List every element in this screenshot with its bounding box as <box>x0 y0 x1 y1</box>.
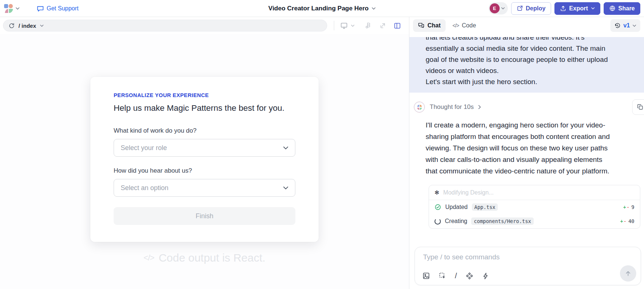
diff-plus: + <box>620 218 623 224</box>
version-history-selector[interactable]: v1 <box>610 19 640 32</box>
role-select-value: Select your role <box>121 144 167 152</box>
tab-chat[interactable]: Chat <box>413 19 446 32</box>
hear-about-select[interactable]: Select an option <box>114 179 295 197</box>
chevron-down-icon <box>591 7 595 10</box>
chevron-down-icon <box>283 186 288 190</box>
open-in-new-icon[interactable] <box>379 22 386 29</box>
chat-bubbles-icon <box>418 22 425 29</box>
diff-stats: + - 9 <box>623 204 634 210</box>
top-bar: Get Support Video Creator Landing Page H… <box>0 0 644 17</box>
diff-minus: - <box>624 218 627 224</box>
tab-chat-label: Chat <box>427 22 441 29</box>
file-change-row[interactable]: Updated App.tsx + - 9 <box>429 200 640 214</box>
device-selector[interactable] <box>340 22 355 29</box>
preview-panel: / index <box>0 17 409 289</box>
assistant-message: I'll create a modern, engaging hero sect… <box>426 119 644 177</box>
components-icon[interactable] <box>466 272 473 280</box>
chat-input[interactable] <box>423 253 630 261</box>
thought-summary[interactable]: Thought for 10s <box>414 102 644 113</box>
thought-label: Thought for 10s <box>430 103 474 111</box>
globe-icon <box>609 5 616 11</box>
check-circle-icon <box>435 204 441 210</box>
hear-question-label: How did you hear about us? <box>114 167 295 175</box>
spinner-icon <box>435 218 441 225</box>
version-label: v1 <box>623 22 630 29</box>
framework-watermark: </> Code output is React. <box>0 252 409 264</box>
file-name-chip: App.tsx <box>472 203 498 211</box>
magic-patterns-logo-menu[interactable] <box>4 4 20 13</box>
build-status-label: Modifying Design... <box>443 189 494 196</box>
upload-icon <box>560 5 566 11</box>
export-label: Export <box>569 5 588 12</box>
build-progress-card: ✻ Modifying Design... Updated App.tsx + <box>429 185 640 229</box>
export-button[interactable]: Export <box>554 2 600 15</box>
user-message-line: goal of the website is to encourage peop… <box>426 54 628 65</box>
diff-count: 40 <box>628 218 634 224</box>
preview-canvas: PERSONALIZE YOUR EXPERIENCE Help us make… <box>0 34 409 289</box>
chevron-down-icon[interactable] <box>40 24 44 27</box>
file-name-chip: components/Hero.tsx <box>471 217 533 225</box>
chevron-down-icon <box>501 7 505 10</box>
share-button[interactable]: Share <box>604 2 640 15</box>
user-message-line: that lets creators upload and share thei… <box>426 37 628 43</box>
diff-stats: + - 40 <box>620 218 634 224</box>
diff-count: 9 <box>631 204 634 210</box>
chat-message-list[interactable]: that lets creators upload and share thei… <box>409 34 644 247</box>
file-action: Creating <box>445 218 467 225</box>
sparkle-icon: ✻ <box>435 189 439 196</box>
toolbar-divider <box>334 21 334 30</box>
hear-about-select-value: Select an option <box>121 184 168 192</box>
chevron-down-icon <box>16 7 20 10</box>
tab-code[interactable]: </> Code <box>448 19 481 32</box>
finish-button[interactable]: Finish <box>114 207 295 225</box>
chat-panel: Chat </> Code v1 <box>409 17 644 289</box>
code-brackets-icon: </> <box>453 23 459 29</box>
work-question-label: What kind of work do you do? <box>114 127 295 134</box>
chat-composer[interactable]: / <box>415 247 641 285</box>
monitor-icon <box>340 22 348 29</box>
page-title: Video Creator Landing Page Hero <box>268 5 369 12</box>
copy-message-button[interactable] <box>632 99 644 115</box>
project-title-menu[interactable]: Video Creator Landing Page Hero <box>268 5 376 12</box>
share-label: Share <box>618 5 635 12</box>
chat-bubble-icon <box>37 5 44 12</box>
modal-eyebrow: PERSONALIZE YOUR EXPERIENCE <box>114 92 295 98</box>
history-icon <box>614 23 621 29</box>
slash-command-icon[interactable]: / <box>455 272 457 280</box>
attach-image-icon[interactable] <box>422 272 430 280</box>
modal-heading: Help us make Magic Patterns the best for… <box>114 103 295 113</box>
chevron-down-icon <box>351 24 355 27</box>
finish-label: Finish <box>195 212 213 220</box>
user-message-line: videos or watch videos. <box>426 65 628 76</box>
get-support-link[interactable]: Get Support <box>37 5 78 12</box>
diff-plus: + <box>623 204 626 210</box>
design-mode-icon[interactable] <box>365 22 372 29</box>
assistant-message-line: that communicate the video-centric natur… <box>426 165 644 177</box>
refresh-icon[interactable] <box>9 23 15 29</box>
assistant-message-line: with clear calls-to-action and visually … <box>426 154 644 165</box>
route-path: / index <box>19 23 36 29</box>
avatar: E <box>490 3 500 13</box>
get-support-label: Get Support <box>47 5 78 12</box>
quick-actions-icon[interactable] <box>482 272 489 280</box>
magic-patterns-logo-icon <box>4 4 13 13</box>
account-menu[interactable]: E <box>489 2 508 14</box>
assistant-message-line: viewing. The design will focus on these … <box>426 142 644 154</box>
send-button[interactable] <box>620 265 636 282</box>
user-message-line: Let's start with just the hero section. <box>426 76 628 87</box>
app-window: Get Support Video Creator Landing Page H… <box>0 0 644 289</box>
code-brackets-icon: </> <box>144 253 154 263</box>
file-action: Updated <box>445 204 468 210</box>
watermark-text: Code output is React. <box>159 252 266 264</box>
split-view-icon[interactable] <box>394 22 401 29</box>
user-message-line: essentially a social media site for vide… <box>426 43 628 54</box>
deploy-label: Deploy <box>526 5 546 12</box>
select-element-icon[interactable] <box>439 272 446 280</box>
build-progress-header: ✻ Modifying Design... <box>429 185 640 200</box>
url-bar[interactable]: / index <box>3 20 327 31</box>
assistant-message-line: I'll create a modern, engaging hero sect… <box>426 119 644 131</box>
file-change-row[interactable]: Creating components/Hero.tsx + - 40 <box>429 214 640 228</box>
role-select[interactable]: Select your role <box>114 139 295 157</box>
deploy-button[interactable]: Deploy <box>511 2 551 15</box>
chat-header: Chat </> Code v1 <box>409 17 644 34</box>
